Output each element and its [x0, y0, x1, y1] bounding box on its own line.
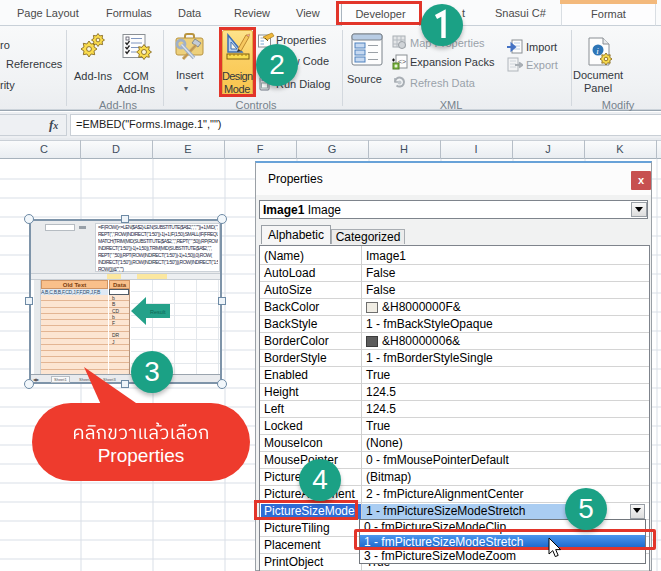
svg-text:Result: Result: [150, 309, 166, 315]
